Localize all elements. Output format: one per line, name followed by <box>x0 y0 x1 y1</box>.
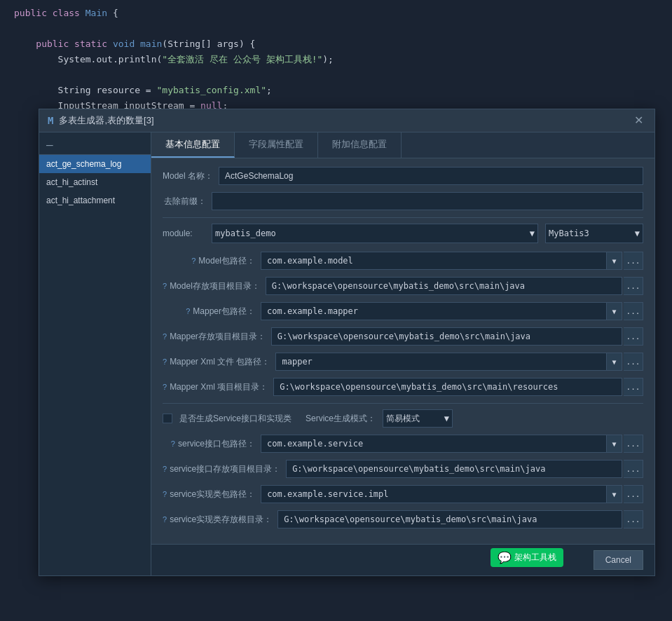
service-impl-package-input[interactable] <box>261 485 607 503</box>
service-interface-package-input-group: ▼ ... <box>261 435 643 453</box>
close-button[interactable]: ✕ <box>631 114 646 128</box>
service-impl-root-label: ? service实现类存放根目录： <box>163 514 277 526</box>
mapper-xml-root-browse[interactable]: ... <box>624 378 643 396</box>
service-interface-package-input[interactable] <box>261 435 607 453</box>
mapper-root-row: ? Mapper存放项目根目录： ... <box>163 327 643 346</box>
help-icon-3[interactable]: ? <box>163 332 167 341</box>
tab-basic[interactable]: 基本信息配置 <box>151 132 235 158</box>
code-line-2 <box>14 21 658 36</box>
prefix-label: 去除前缀： <box>163 196 212 207</box>
service-impl-package-row: ? service实现类包路径： ▼ ... <box>163 485 643 503</box>
service-interface-package-label: ? service接口包路径： <box>163 438 261 450</box>
collapse-button[interactable]: — <box>39 135 151 155</box>
help-icon-2[interactable]: ? <box>186 307 190 315</box>
service-interface-root-row: ? service接口存放项目根目录： ... <box>163 460 643 478</box>
module-label: module: <box>163 228 205 238</box>
right-panel: 基本信息配置 字段属性配置 附加信息配置 Model 名称： 去除前缀： <box>151 132 654 575</box>
code-line-1: public class Main { <box>14 6 658 21</box>
help-icon-1[interactable]: ? <box>163 282 167 290</box>
module-select[interactable]: mybatis_demo ▼ <box>212 224 538 243</box>
table-item-1[interactable]: act_hi_actinst <box>39 173 151 191</box>
model-root-input-group: ... <box>266 277 643 295</box>
help-icon-5[interactable]: ? <box>163 383 167 391</box>
wechat-badge: 💬 架构工具栈 <box>491 548 563 567</box>
service-impl-root-input[interactable] <box>277 510 622 528</box>
module-select-arrow: ▼ <box>530 228 535 238</box>
dialog-bottom: 💬 架构工具栈 Cancel <box>151 544 654 575</box>
service-mode-select[interactable]: 简易模式 ▼ <box>383 409 453 428</box>
mapper-xml-package-input-group: ▼ ... <box>275 353 643 371</box>
model-package-browse[interactable]: ... <box>624 252 643 270</box>
service-impl-package-input-group: ▼ ... <box>261 485 643 503</box>
service-interface-root-browse[interactable]: ... <box>624 460 643 478</box>
model-package-input[interactable] <box>261 252 607 270</box>
table-item-0[interactable]: act_ge_schema_log <box>39 155 151 173</box>
mapper-package-label: ? Mapper包路径： <box>163 306 261 318</box>
mapper-package-dropdown[interactable]: ▼ <box>607 302 622 320</box>
tab-fields[interactable]: 字段属性配置 <box>235 132 318 158</box>
service-label: 是否生成Service接口和实现类 <box>179 413 292 425</box>
service-mode-value: 简易模式 <box>386 413 420 425</box>
prefix-row: 去除前缀： <box>163 192 643 210</box>
mapper-xml-package-label: ? Mapper Xml 文件 包路径： <box>163 356 275 368</box>
service-interface-root-label: ? service接口存放项目根目录： <box>163 463 286 475</box>
model-package-dropdown[interactable]: ▼ <box>607 252 622 270</box>
model-package-row: ? Model包路径： ▼ ... <box>163 252 643 270</box>
tab-extra[interactable]: 附加信息配置 <box>318 132 402 158</box>
mapper-root-label: ? Mapper存放项目根目录： <box>163 331 271 343</box>
module-type-select[interactable]: MyBatis3 ▼ <box>545 224 643 243</box>
cancel-button[interactable]: Cancel <box>594 550 643 570</box>
help-icon-9[interactable]: ? <box>163 515 167 524</box>
mapper-package-browse[interactable]: ... <box>624 302 643 320</box>
mapper-root-browse[interactable]: ... <box>624 327 643 346</box>
mapper-xml-package-input[interactable] <box>275 353 607 371</box>
service-checkbox-row: 是否生成Service接口和实现类 Service生成模式： 简易模式 ▼ <box>163 409 643 428</box>
mapper-xml-root-input-group: ... <box>273 378 643 396</box>
mapper-xml-package-browse[interactable]: ... <box>624 353 643 371</box>
service-impl-package-dropdown[interactable]: ▼ <box>607 485 622 503</box>
model-name-input[interactable] <box>219 167 643 185</box>
dialog: M 多表生成器,表的数量[3] ✕ — act_ge_schema_log ac… <box>39 109 655 576</box>
tabs: 基本信息配置 字段属性配置 附加信息配置 <box>151 132 654 158</box>
model-root-input[interactable] <box>266 277 622 295</box>
mapper-xml-package-dropdown[interactable]: ▼ <box>607 353 622 371</box>
service-impl-root-input-group: ... <box>277 510 643 528</box>
help-icon-0[interactable]: ? <box>191 257 196 265</box>
help-icon-7[interactable]: ? <box>163 465 167 473</box>
service-impl-root-row: ? service实现类存放根目录： ... <box>163 510 643 528</box>
model-root-browse[interactable]: ... <box>624 277 643 295</box>
dialog-icon: M <box>48 115 53 126</box>
mapper-package-row: ? Mapper包路径： ▼ ... <box>163 302 643 320</box>
code-line-4: System.out.println("全套激活 尽在 公众号 架构工具栈!")… <box>14 52 658 67</box>
mapper-xml-root-row: ? Mapper Xml 项目根目录： ... <box>163 378 643 396</box>
help-icon-4[interactable]: ? <box>163 357 167 366</box>
mapper-package-input[interactable] <box>261 302 607 320</box>
mapper-package-input-group: ▼ ... <box>261 302 643 320</box>
module-type-value: MyBatis3 <box>549 228 589 238</box>
service-interface-root-input[interactable] <box>286 460 622 478</box>
service-checkbox[interactable] <box>163 414 172 423</box>
module-row: module: mybatis_demo ▼ MyBatis3 ▼ <box>163 224 643 243</box>
service-impl-root-browse[interactable]: ... <box>624 510 643 528</box>
mapper-root-input[interactable] <box>271 327 622 346</box>
dialog-title: 多表生成器,表的数量[3] <box>59 114 153 127</box>
divider-2 <box>163 403 643 404</box>
model-root-label: ? Model存放项目根目录： <box>163 280 266 292</box>
service-interface-package-row: ? service接口包路径： ▼ ... <box>163 435 643 453</box>
dialog-body: — act_ge_schema_log act_hi_actinst act_h… <box>39 132 654 575</box>
table-item-2[interactable]: act_hi_attachment <box>39 191 151 210</box>
help-icon-8[interactable]: ? <box>163 490 167 498</box>
service-interface-package-browse[interactable]: ... <box>624 435 643 453</box>
model-name-row: Model 名称： <box>163 167 643 185</box>
prefix-input[interactable] <box>212 192 643 210</box>
code-line-5 <box>14 67 658 83</box>
model-root-row: ? Model存放项目根目录： ... <box>163 277 643 295</box>
dialog-title-left: M 多表生成器,表的数量[3] <box>48 114 154 127</box>
mapper-xml-root-input[interactable] <box>273 378 622 396</box>
help-icon-6[interactable]: ? <box>171 439 175 448</box>
code-line-3: public static void main(String[] args) { <box>14 36 658 52</box>
service-impl-package-browse[interactable]: ... <box>624 485 643 503</box>
service-interface-package-dropdown[interactable]: ▼ <box>607 435 622 453</box>
wechat-text: 架构工具栈 <box>514 552 556 564</box>
model-name-label: Model 名称： <box>163 170 219 182</box>
